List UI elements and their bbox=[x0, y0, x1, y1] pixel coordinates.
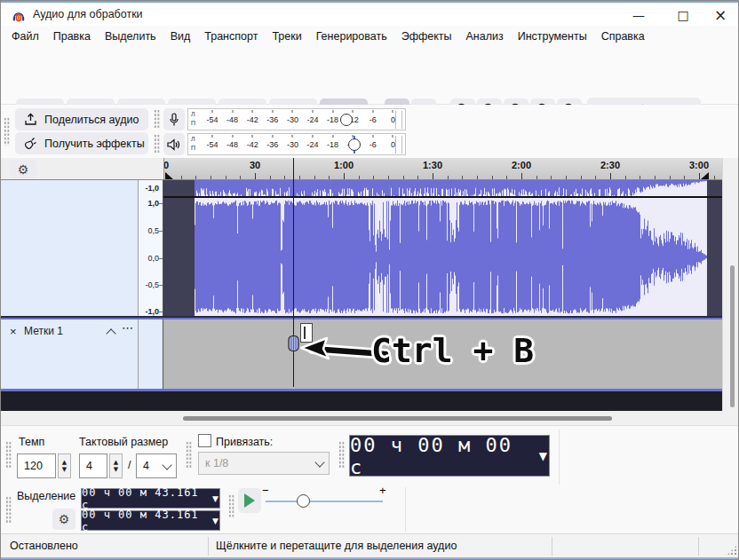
scale-number: 0,5 bbox=[147, 226, 159, 235]
record-meter-mic-button[interactable] bbox=[163, 108, 185, 130]
record-clip-indicator bbox=[395, 111, 402, 129]
menu-9[interactable]: Инструменты bbox=[511, 28, 594, 45]
transport-toolbar-row: I bbox=[1, 47, 739, 105]
share-grip[interactable] bbox=[4, 117, 11, 146]
horizontal-scrollbar-thumb[interactable] bbox=[183, 416, 612, 421]
speed-minus-label: − bbox=[262, 484, 269, 497]
timeline-options-button[interactable]: ⚙ bbox=[10, 160, 36, 178]
label-track-panel[interactable]: × Метки 1 ⋯ bbox=[1, 319, 139, 389]
record-channel-labels: ЛП bbox=[191, 110, 195, 128]
label-track-close-icon[interactable]: × bbox=[10, 325, 17, 338]
chevron-down-icon: ▼ bbox=[212, 517, 219, 525]
play-at-speed-icon bbox=[244, 493, 255, 508]
meter-tick-label: 0 bbox=[391, 115, 395, 124]
selection-start-field[interactable]: 00 ч 00 м 43.161 с▼ bbox=[81, 488, 220, 509]
menu-2[interactable]: Выделить bbox=[98, 28, 163, 45]
chevron-down-icon: ▼ bbox=[539, 450, 549, 462]
menubar: ФайлПравкаВыделитьВидТранспортТрекиГенер… bbox=[1, 26, 739, 47]
label-track-row: × Метки 1 ⋯ bbox=[1, 318, 722, 391]
time-signature-lower-select[interactable]: 4 bbox=[136, 454, 177, 478]
get-effects-button[interactable]: Получить эффекты bbox=[15, 132, 148, 154]
chevron-down-icon bbox=[314, 457, 324, 467]
audacity-window: Аудио для обработки — □ × ФайлПравкаВыде… bbox=[0, 0, 739, 560]
maximize-button[interactable]: □ bbox=[664, 3, 703, 27]
vertical-scale-ruler[interactable]: -1,01,00,50,0-0,5-1,0 bbox=[139, 180, 163, 316]
play-at-speed-button[interactable] bbox=[238, 488, 261, 513]
time-signature-spinner[interactable]: ▲▼ bbox=[109, 454, 123, 478]
window-resize-grip[interactable] bbox=[727, 545, 737, 556]
speed-slider-knob[interactable] bbox=[297, 494, 310, 508]
menu-6[interactable]: Генерировать bbox=[309, 28, 394, 45]
time-signature-upper-input[interactable]: 4 bbox=[79, 454, 107, 478]
label-text-input[interactable] bbox=[300, 323, 313, 343]
window-title: Аудио для обработки bbox=[33, 8, 143, 20]
waveform-main-channel[interactable] bbox=[163, 198, 722, 316]
label-track-name[interactable]: Метки 1 bbox=[24, 325, 63, 337]
vertical-scrollbar-thumb[interactable] bbox=[730, 265, 735, 407]
time-sig-grip[interactable] bbox=[5, 441, 12, 468]
meter-volume-knob[interactable] bbox=[340, 114, 353, 126]
play-meter-grip[interactable] bbox=[154, 134, 161, 154]
selection-grip[interactable] bbox=[5, 496, 12, 523]
menu-0[interactable]: Файл bbox=[4, 28, 46, 45]
snap-select[interactable]: к 1/8 bbox=[198, 452, 330, 475]
share-audio-button[interactable]: Поделиться аудио bbox=[15, 108, 148, 130]
vertical-scrollbar[interactable] bbox=[722, 158, 739, 411]
playback-meter[interactable]: ЛП -54-48-42-36-30-24-18-12-60 bbox=[187, 133, 406, 155]
selection-end-field[interactable]: 00 ч 00 м 43.161 с▼ bbox=[81, 510, 220, 531]
scale-number: -0,5 bbox=[145, 280, 159, 289]
tempo-input[interactable]: 120 bbox=[17, 454, 56, 478]
status-hint: Щёлкните и перетащите для выделения ауди… bbox=[216, 540, 457, 552]
meter-tick-label: -24 bbox=[306, 140, 318, 149]
status-bar: Остановлено Щёлкните и перетащите для вы… bbox=[1, 533, 739, 558]
meter-tick-label: -42 bbox=[247, 115, 258, 124]
tempo-spinner[interactable]: ▲▼ bbox=[58, 454, 71, 478]
menu-10[interactable]: Справка bbox=[594, 28, 652, 45]
label-track-menu-icon[interactable]: ⋯ bbox=[122, 321, 133, 335]
audio-position-display[interactable]: 00 ч 00 м 00 с▼ bbox=[349, 435, 550, 477]
menu-8[interactable]: Анализ bbox=[459, 28, 511, 45]
snap-grip[interactable] bbox=[186, 441, 193, 468]
close-button[interactable]: × bbox=[701, 3, 739, 27]
upload-icon bbox=[24, 113, 37, 126]
meter-tick-label: -48 bbox=[226, 115, 238, 124]
speed-slider[interactable] bbox=[266, 501, 383, 502]
meter-tick-label: -18 bbox=[327, 115, 338, 124]
ruler-time-label: 2:30 bbox=[600, 160, 620, 170]
selection-options-button[interactable]: ⚙ bbox=[52, 509, 75, 530]
scale-number: -1,0 bbox=[145, 184, 159, 193]
meter-tick-label: -18 bbox=[327, 140, 338, 149]
playback-channel-labels: ЛП bbox=[191, 135, 195, 153]
snap-checkbox-row[interactable]: Привязать: bbox=[198, 434, 273, 448]
timeline-ruler[interactable]: 0301:001:302:002:303:00 bbox=[163, 158, 722, 179]
meter-tick-label: -30 bbox=[287, 115, 298, 124]
track-control-panel[interactable] bbox=[1, 180, 139, 316]
playback-clip-indicator bbox=[395, 136, 402, 154]
record-meter-grip[interactable] bbox=[154, 109, 161, 129]
recording-meter[interactable]: ЛП -54-48-42-36-30-24-18-12-60 bbox=[187, 108, 406, 130]
playback-meter-speaker-button[interactable] bbox=[163, 133, 185, 155]
meter-tick-label: -42 bbox=[247, 140, 258, 149]
waveform-top-channel[interactable] bbox=[163, 180, 722, 196]
microphone-icon bbox=[169, 113, 179, 127]
speaker-small-icon bbox=[167, 138, 181, 151]
collapse-icon[interactable] bbox=[106, 328, 115, 338]
label-marker-icon[interactable] bbox=[286, 334, 301, 354]
menu-4[interactable]: Транспорт bbox=[197, 28, 265, 45]
menu-7[interactable]: Эффекты bbox=[394, 28, 459, 45]
snap-checkbox[interactable] bbox=[198, 434, 211, 447]
time-toolbar-grip[interactable] bbox=[338, 441, 346, 468]
get-effects-label: Получить эффекты bbox=[44, 138, 145, 150]
ruler-time-label: 3:00 bbox=[689, 160, 709, 170]
meter-volume-knob[interactable] bbox=[348, 138, 361, 151]
minimize-button[interactable]: — bbox=[619, 3, 658, 27]
menu-1[interactable]: Правка bbox=[46, 28, 98, 45]
horizontal-scrollbar[interactable] bbox=[1, 411, 739, 425]
menu-5[interactable]: Треки bbox=[265, 28, 308, 45]
play-at-speed-grip[interactable] bbox=[228, 494, 235, 517]
scale-number: -1,0 bbox=[145, 307, 159, 316]
menu-3[interactable]: Вид bbox=[163, 28, 198, 45]
share-meter-row: Поделиться аудио Получить эффекты ЛП -54… bbox=[1, 105, 739, 159]
titlebar: Аудио для обработки — □ × bbox=[1, 1, 739, 28]
empty-track-space bbox=[1, 391, 722, 411]
